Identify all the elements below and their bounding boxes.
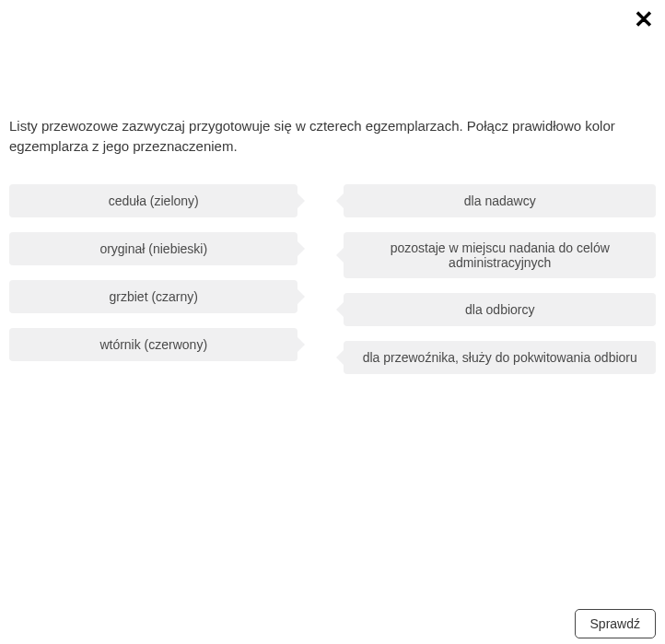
right-item-label: dla odbiorcy xyxy=(465,302,535,317)
right-item-label: pozostaje w miejscu nadania do celów adm… xyxy=(360,240,639,270)
check-button[interactable]: Sprawdź xyxy=(575,609,656,638)
right-item-label: dla przewoźnika, służy do pokwitowania o… xyxy=(363,350,637,365)
scroll-region[interactable]: Listy przewozowe zazwyczaj przygotowuje … xyxy=(0,0,665,603)
match-area: ceduła (zielony) oryginał (niebieski) gr… xyxy=(0,157,665,374)
left-item-3[interactable]: wtórnik (czerwony) xyxy=(9,328,298,361)
footer: Sprawdź xyxy=(0,603,665,644)
content-inner: Listy przewozowe zazwyczaj przygotowuje … xyxy=(0,0,665,562)
left-item-label: wtórnik (czerwony) xyxy=(99,337,207,352)
right-item-0[interactable]: dla nadawcy xyxy=(344,184,656,217)
right-column: dla nadawcy pozostaje w miejscu nadania … xyxy=(344,184,656,374)
right-item-3[interactable]: dla przewoźnika, służy do pokwitowania o… xyxy=(344,341,656,374)
right-item-label: dla nadawcy xyxy=(464,193,536,208)
left-item-label: ceduła (zielony) xyxy=(109,193,199,208)
left-item-label: oryginał (niebieski) xyxy=(99,241,207,256)
left-item-label: grzbiet (czarny) xyxy=(110,289,198,304)
left-column: ceduła (zielony) oryginał (niebieski) gr… xyxy=(9,184,298,374)
right-item-2[interactable]: dla odbiorcy xyxy=(344,293,656,326)
left-item-1[interactable]: oryginał (niebieski) xyxy=(9,232,298,265)
left-item-0[interactable]: ceduła (zielony) xyxy=(9,184,298,217)
right-item-1[interactable]: pozostaje w miejscu nadania do celów adm… xyxy=(344,232,656,278)
left-item-2[interactable]: grzbiet (czarny) xyxy=(9,280,298,313)
question-text: Listy przewozowe zazwyczaj przygotowuje … xyxy=(0,0,665,157)
